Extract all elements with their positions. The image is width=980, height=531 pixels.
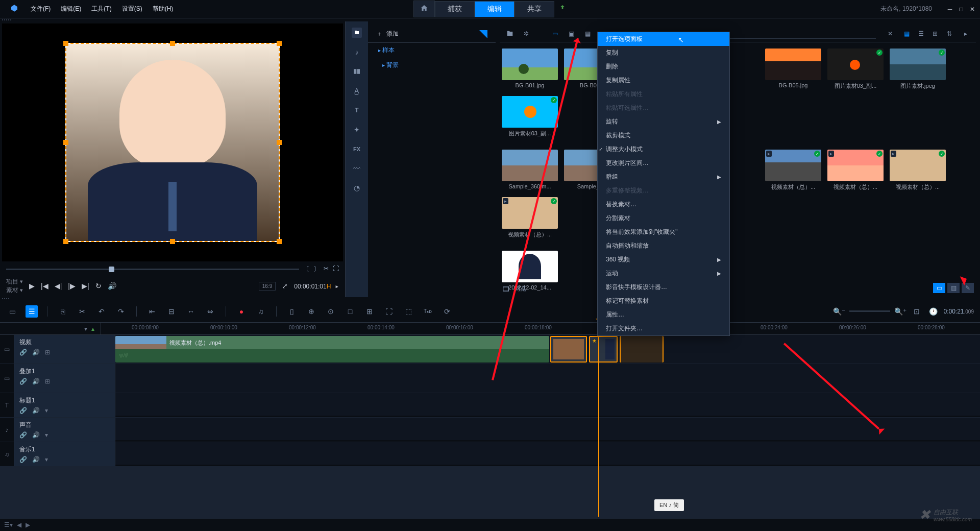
title-category-icon[interactable]: A̲ bbox=[352, 86, 362, 96]
tab-share[interactable]: 共享 bbox=[514, 1, 554, 17]
prev-frame-button[interactable]: ◀| bbox=[55, 282, 62, 290]
next-frame-button[interactable]: |▶ bbox=[68, 282, 76, 290]
graphics-category-icon[interactable]: ✦ bbox=[352, 125, 362, 135]
aspect-ratio-select[interactable]: 16:9 bbox=[259, 282, 276, 291]
context-menu-item[interactable]: 标记可替换素材 bbox=[598, 294, 729, 308]
subtitle-icon[interactable]: □ bbox=[344, 305, 356, 318]
gear-icon[interactable]: ✲ bbox=[520, 28, 532, 40]
filter-video-icon[interactable]: ▦ bbox=[581, 28, 594, 40]
context-menu-item[interactable]: 将当前效果添加到"收藏夹" bbox=[598, 225, 729, 239]
timeline-timecode[interactable]: 0:00:21.009 bbox=[943, 308, 974, 315]
thumb-item[interactable]: ▸✓视频素材（总）... bbox=[502, 197, 558, 238]
add-media-button[interactable]: ＋ 添加 bbox=[368, 26, 496, 43]
sort-icon[interactable]: ⇅ bbox=[943, 28, 955, 40]
menu-tools[interactable]: 工具(T) bbox=[87, 3, 115, 15]
minimize-button[interactable]: ─ bbox=[946, 6, 953, 13]
chapter-icon[interactable]: ⊕ bbox=[305, 305, 317, 318]
zoom-slider[interactable] bbox=[849, 310, 890, 312]
loop-button[interactable]: ↻ bbox=[95, 282, 102, 290]
marker-icon[interactable]: ▯ bbox=[286, 305, 298, 318]
go-start-button[interactable]: |◀ bbox=[41, 282, 48, 290]
track-content-title1[interactable] bbox=[115, 393, 980, 416]
audio-category-icon[interactable]: ♪ bbox=[352, 47, 362, 57]
scroll-left-icon[interactable]: ◀ bbox=[17, 521, 21, 528]
resize-handle-tr[interactable] bbox=[277, 41, 282, 46]
view-detail-icon[interactable]: ⊞ bbox=[929, 28, 941, 40]
tab-edit[interactable]: 编辑 bbox=[475, 1, 514, 17]
track-manager-icon[interactable]: ☰▾ bbox=[4, 521, 13, 528]
context-menu-item[interactable]: 打开选项面板 bbox=[598, 32, 729, 46]
slip-tool-icon[interactable]: ↔ bbox=[185, 305, 197, 318]
context-menu-item[interactable]: 替换素材… bbox=[598, 198, 729, 211]
storyboard-view-icon[interactable]: ▭ bbox=[6, 305, 18, 318]
context-menu-item[interactable]: ✓调整大小模式 bbox=[598, 142, 729, 156]
upload-icon[interactable] bbox=[558, 4, 567, 14]
menu-edit[interactable]: 编辑(E) bbox=[57, 3, 85, 15]
clip-video-main[interactable]: 视频素材（总）.mp4 bbox=[115, 336, 549, 363]
slide-tool-icon[interactable]: ⇔ bbox=[204, 305, 216, 318]
lock-icon[interactable]: 🔗 bbox=[19, 349, 27, 356]
ripple-delete-icon[interactable]: ⇤ bbox=[146, 305, 158, 318]
thumb-item[interactable]: Sample_360.m... bbox=[502, 150, 558, 191]
record-icon[interactable]: ● bbox=[235, 305, 248, 318]
media-category-icon[interactable] bbox=[352, 28, 362, 38]
context-menu-item[interactable]: 群组▶ bbox=[598, 170, 729, 184]
menu-help[interactable]: 帮助(H) bbox=[149, 3, 178, 15]
tree-item-background[interactable]: 背景 bbox=[368, 58, 496, 73]
collapse-library-icon[interactable]: ▸ bbox=[960, 28, 972, 40]
menu-file[interactable]: 文件(F) bbox=[27, 3, 55, 15]
volume-button[interactable]: 🔊 bbox=[108, 282, 116, 290]
clock-icon[interactable]: 🕐 bbox=[927, 305, 939, 318]
timeline-ruler[interactable]: ▾ ▴ 00:00:08:0000:00:10:0000:00:12:0000:… bbox=[0, 323, 980, 335]
resize-handle-tm[interactable] bbox=[170, 41, 175, 46]
copy-icon[interactable]: ⎘ bbox=[57, 305, 69, 318]
import-folder-icon[interactable] bbox=[504, 28, 516, 40]
path-category-icon[interactable]: ◔ bbox=[352, 183, 362, 193]
cut-icon[interactable]: ✂ bbox=[324, 265, 329, 274]
thumb-item[interactable]: BG-B01.jpg bbox=[502, 49, 558, 90]
add-marker-icon[interactable]: ▾ bbox=[84, 325, 87, 332]
view-grid-icon[interactable]: ▦ bbox=[900, 28, 913, 40]
context-menu-item[interactable]: 分割素材 bbox=[598, 211, 729, 225]
context-menu-item[interactable]: 自动摇动和缩放 bbox=[598, 239, 729, 253]
tree-item-sample[interactable]: 样本 bbox=[368, 43, 496, 58]
resize-handle-bl[interactable] bbox=[63, 239, 68, 244]
motion-category-icon[interactable]: 〰 bbox=[352, 163, 362, 174]
track-motion-icon[interactable]: ⊙ bbox=[325, 305, 337, 318]
clip-image-3[interactable] bbox=[620, 336, 664, 363]
tab-home[interactable] bbox=[413, 1, 435, 17]
track-content-music1[interactable] bbox=[115, 442, 980, 465]
resize-handle-mr[interactable] bbox=[277, 140, 282, 145]
options-panel-button[interactable]: ▭ bbox=[933, 283, 945, 293]
clear-search-icon[interactable]: ✕ bbox=[884, 28, 896, 40]
text-category-icon[interactable]: T bbox=[352, 105, 362, 115]
lib-btn-2[interactable]: ▥ bbox=[947, 283, 960, 293]
track-content-sound[interactable] bbox=[115, 418, 980, 440]
expand-icon[interactable]: ⛶ bbox=[333, 265, 339, 274]
preview-selection[interactable] bbox=[65, 43, 280, 242]
undo-icon[interactable]: ↶ bbox=[95, 305, 108, 318]
track-head-video[interactable]: 视频 🔗 🔊 ⊞ bbox=[14, 335, 115, 364]
context-menu-item[interactable]: 复制 bbox=[598, 46, 729, 60]
resize-handle-bm[interactable] bbox=[170, 239, 175, 244]
thumb-item[interactable]: ▸✓视频素材（总）... bbox=[827, 150, 884, 191]
close-button[interactable]: ✕ bbox=[969, 6, 976, 13]
thumb-item[interactable]: ✓图片素材03_副... bbox=[827, 49, 884, 90]
mute-icon[interactable]: 🔊 bbox=[32, 349, 40, 356]
clip-image-2[interactable] bbox=[589, 336, 618, 363]
mask-icon[interactable]: ⬚ bbox=[402, 305, 414, 318]
scrub-thumb[interactable] bbox=[109, 267, 114, 272]
context-menu-item[interactable]: 裁剪模式 bbox=[598, 129, 729, 142]
track-head-overlay1[interactable]: 叠加1 🔗🔊⊞ bbox=[14, 364, 115, 393]
redo-icon[interactable]: ↷ bbox=[115, 305, 127, 318]
maximize-button[interactable]: □ bbox=[958, 6, 965, 13]
zoom-out-icon[interactable]: 🔍⁻ bbox=[833, 305, 845, 318]
context-menu-item[interactable]: 打开文件夹… bbox=[598, 322, 729, 335]
timeline-playhead[interactable] bbox=[598, 323, 599, 517]
track-head-sound[interactable]: 声音 🔗🔊▾ bbox=[14, 418, 115, 442]
resize-preview-icon[interactable]: ⤢ bbox=[282, 282, 288, 290]
mixer-icon[interactable]: ♫ bbox=[255, 305, 267, 318]
track-content-video[interactable]: 视频素材（总）.mp4 bbox=[115, 335, 980, 364]
filter-image-icon[interactable]: ▣ bbox=[565, 28, 577, 40]
context-menu-item[interactable]: 影音快手模板设计器… bbox=[598, 280, 729, 294]
